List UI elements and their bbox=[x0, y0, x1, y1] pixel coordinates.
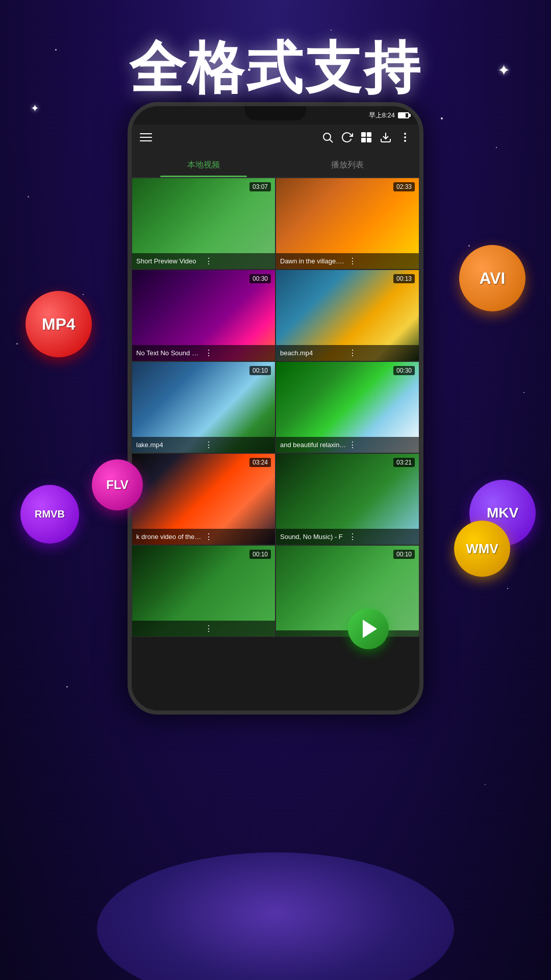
video-duration-4: 00:13 bbox=[393, 274, 415, 283]
grid-icon[interactable] bbox=[360, 131, 372, 146]
bubble-mp4: MP4 bbox=[26, 291, 92, 357]
planet-decoration bbox=[97, 852, 454, 980]
video-title-6: and beautiful relaxing m ⋮ bbox=[276, 437, 419, 453]
bubble-flv: FLV bbox=[92, 459, 143, 510]
battery-icon bbox=[398, 112, 409, 118]
video-more-5[interactable]: ⋮ bbox=[205, 440, 271, 450]
video-title-1: Short Preview Video ⋮ bbox=[132, 253, 275, 269]
main-title: 全格式支持 bbox=[0, 31, 551, 107]
video-more-8[interactable]: ⋮ bbox=[348, 532, 415, 542]
search-icon[interactable] bbox=[321, 131, 334, 146]
video-more-4[interactable]: ⋮ bbox=[348, 348, 415, 358]
status-time: 早上8:24 bbox=[369, 111, 395, 120]
tabs: 本地视频 播放列表 bbox=[132, 153, 419, 178]
download-icon[interactable] bbox=[380, 131, 392, 146]
video-title-4: beach.mp4 ⋮ bbox=[276, 345, 419, 361]
video-duration-2: 02:33 bbox=[393, 182, 415, 191]
toolbar bbox=[132, 125, 419, 153]
svg-point-3 bbox=[323, 133, 331, 140]
video-duration-3: 00:30 bbox=[249, 274, 271, 283]
video-title-10 bbox=[276, 630, 419, 636]
bubble-wmv: WMV bbox=[454, 521, 510, 577]
video-duration-5: 00:10 bbox=[249, 366, 271, 375]
video-more-6[interactable]: ⋮ bbox=[348, 440, 415, 450]
video-duration-7: 03:24 bbox=[249, 458, 271, 467]
svg-point-11 bbox=[404, 136, 406, 138]
video-title-8: Sound, No Music) - F ⋮ bbox=[276, 529, 419, 545]
video-cell-7[interactable]: 03:24 k drone video of the cra ⋮ bbox=[132, 453, 276, 545]
video-more-2[interactable]: ⋮ bbox=[348, 256, 415, 266]
refresh-icon[interactable] bbox=[341, 131, 353, 146]
toolbar-icons-right bbox=[321, 131, 411, 146]
fab-play-button[interactable] bbox=[348, 608, 389, 649]
video-cell-3[interactable]: 00:30 No Text No Sound @On ⋮ bbox=[132, 270, 276, 361]
svg-rect-0 bbox=[140, 133, 152, 134]
video-cell-9[interactable]: 00:10 ⋮ bbox=[132, 545, 276, 637]
svg-rect-1 bbox=[140, 137, 152, 138]
video-duration-1: 03:07 bbox=[249, 182, 271, 191]
tab-local-video[interactable]: 本地视频 bbox=[132, 153, 276, 177]
bubble-avi: MP4AVI bbox=[459, 245, 525, 311]
video-more-1[interactable]: ⋮ bbox=[205, 256, 271, 266]
video-more-7[interactable]: ⋮ bbox=[205, 532, 271, 542]
video-cell-8[interactable]: 03:21 Sound, No Music) - F ⋮ bbox=[276, 453, 419, 545]
svg-point-12 bbox=[404, 140, 406, 142]
video-title-9: ⋮ bbox=[132, 621, 275, 636]
video-grid: 03:07 Short Preview Video ⋮ 02:33 Dawn i… bbox=[132, 178, 419, 637]
video-cell-6[interactable]: 00:30 and beautiful relaxing m ⋮ bbox=[276, 361, 419, 453]
svg-rect-6 bbox=[367, 132, 371, 137]
video-duration-10: 00:10 bbox=[393, 550, 415, 559]
svg-rect-5 bbox=[361, 132, 366, 137]
menu-icon[interactable] bbox=[140, 131, 152, 146]
video-more-3[interactable]: ⋮ bbox=[205, 348, 271, 358]
bubble-rmvb: RMVB bbox=[20, 485, 79, 544]
phone-notch bbox=[245, 106, 306, 120]
video-cell-5[interactable]: 00:10 lake.mp4 ⋮ bbox=[132, 361, 276, 453]
video-title-7: k drone video of the cra ⋮ bbox=[132, 529, 275, 545]
video-duration-8: 03:21 bbox=[393, 458, 415, 467]
battery-indicator bbox=[398, 112, 409, 118]
video-duration-9: 00:10 bbox=[249, 550, 271, 559]
video-cell-2[interactable]: 02:33 Dawn in the village.mp4 ⋮ bbox=[276, 178, 419, 270]
video-title-3: No Text No Sound @On ⋮ bbox=[132, 345, 275, 361]
video-duration-6: 00:30 bbox=[393, 366, 415, 375]
svg-rect-2 bbox=[140, 140, 152, 141]
more-icon[interactable] bbox=[399, 131, 411, 146]
video-title-2: Dawn in the village.mp4 ⋮ bbox=[276, 253, 419, 269]
svg-rect-8 bbox=[367, 138, 371, 142]
svg-rect-7 bbox=[361, 138, 366, 142]
svg-line-4 bbox=[330, 140, 333, 143]
tab-playlist[interactable]: 播放列表 bbox=[276, 153, 419, 177]
video-cell-1[interactable]: 03:07 Short Preview Video ⋮ bbox=[132, 178, 276, 270]
svg-point-10 bbox=[404, 133, 406, 135]
video-more-9[interactable]: ⋮ bbox=[205, 624, 271, 633]
video-cell-4[interactable]: 00:13 beach.mp4 ⋮ bbox=[276, 270, 419, 361]
video-title-5: lake.mp4 ⋮ bbox=[132, 437, 275, 453]
phone-frame: 早上8:24 bbox=[128, 102, 423, 715]
phone-screen: 早上8:24 bbox=[132, 106, 419, 710]
video-cell-10[interactable]: 00:10 bbox=[276, 545, 419, 637]
